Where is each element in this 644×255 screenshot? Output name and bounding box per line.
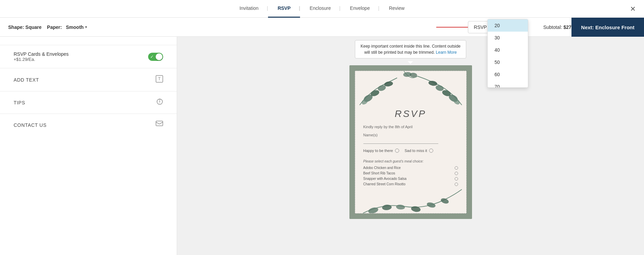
rsvp-title: RSVP bbox=[363, 108, 458, 119]
nav-item-review[interactable]: Review bbox=[379, 0, 414, 18]
main-layout: RSVP Cards & Envelopes +$1.29/Ea. ✓ ADD … bbox=[0, 37, 644, 255]
names-underline bbox=[363, 138, 438, 144]
svg-line-6 bbox=[160, 99, 161, 100]
rsvp-cards-title: RSVP Cards & Envelopes bbox=[14, 51, 69, 57]
nav-item-enclosure[interactable]: Enclosure bbox=[300, 0, 340, 18]
qty-option-70[interactable]: 70 bbox=[488, 81, 528, 87]
next-button[interactable]: Next: Enclosure Front bbox=[571, 18, 644, 37]
names-label: Name(s) bbox=[363, 133, 458, 137]
rsvp-cards-label: RSVP Cards & Envelopes +$1.29/Ea. bbox=[14, 51, 69, 62]
svg-line-5 bbox=[159, 99, 160, 100]
close-button[interactable]: ✕ bbox=[630, 5, 636, 13]
qty-option-30[interactable]: 30 bbox=[488, 32, 528, 44]
rsvp-card[interactable]: RSVP Kindly reply by the 8th of April Na… bbox=[355, 71, 467, 214]
toggle-knob bbox=[156, 53, 162, 60]
card-content: RSVP Kindly reply by the 8th of April Na… bbox=[363, 78, 458, 188]
add-text-item: ADD TEXT T bbox=[0, 68, 177, 91]
add-text-icon[interactable]: T bbox=[156, 75, 163, 84]
toggle-check-icon: ✓ bbox=[150, 54, 154, 59]
meal-option-2[interactable]: Beef Short Rib Tacos bbox=[363, 171, 458, 175]
meal-radio-2[interactable] bbox=[455, 172, 458, 175]
toolbar: Shape: Square Paper: Smooth ▾ RSVP Quant… bbox=[0, 18, 644, 37]
qty-option-60[interactable]: 60 bbox=[488, 68, 528, 81]
shape-label: Shape: Square bbox=[8, 24, 42, 30]
arrow-indicator bbox=[68, 25, 501, 29]
meal-radio-1[interactable] bbox=[455, 166, 458, 170]
meal-option-3[interactable]: Snapper with Avocado Salsa bbox=[363, 177, 458, 181]
svg-point-24 bbox=[426, 202, 436, 208]
contact-icon[interactable] bbox=[156, 121, 163, 129]
svg-point-25 bbox=[440, 197, 449, 204]
learn-more-link[interactable]: Learn More bbox=[436, 50, 457, 55]
qty-option-20[interactable]: 20 bbox=[488, 19, 528, 32]
tips-label: TIPS bbox=[14, 100, 25, 105]
reply-line: Kindly reply by the 8th of April bbox=[363, 125, 458, 129]
svg-rect-7 bbox=[156, 121, 163, 126]
nav-item-rsvp[interactable]: RSVP bbox=[268, 0, 300, 18]
happy-option[interactable]: Happy to be there bbox=[363, 149, 399, 153]
qty-dropdown-scroll[interactable]: 20 30 40 50 60 70 bbox=[488, 19, 528, 87]
happy-radio[interactable] bbox=[395, 149, 399, 153]
meal-section: Please select each guest's meal choice: … bbox=[363, 159, 458, 186]
subtotal-label: Subtotal: bbox=[543, 24, 562, 30]
qty-option-40[interactable]: 40 bbox=[488, 44, 528, 56]
nav-item-envelope[interactable]: Envelope bbox=[341, 0, 379, 18]
meal-option-1[interactable]: Adobo Chicken and Rice bbox=[363, 166, 458, 170]
canvas-area[interactable]: Keep important content inside this line.… bbox=[177, 37, 644, 255]
nav-items: Invitation RSVP Enclosure Envelope Revie… bbox=[230, 0, 414, 18]
contact-label: CONTACT US bbox=[14, 122, 47, 128]
contact-item: CONTACT US bbox=[0, 114, 177, 136]
rsvp-card-outer: RSVP Kindly reply by the 8th of April Na… bbox=[349, 65, 472, 219]
happy-label: Happy to be there bbox=[363, 149, 393, 153]
attendance-row: Happy to be there Sad to miss it bbox=[363, 149, 458, 153]
svg-point-23 bbox=[410, 206, 421, 213]
sidebar: RSVP Cards & Envelopes +$1.29/Ea. ✓ ADD … bbox=[0, 37, 177, 255]
sad-label: Sad to miss it bbox=[405, 149, 427, 153]
qty-dropdown: 20 30 40 50 60 70 bbox=[487, 19, 528, 88]
sad-option[interactable]: Sad to miss it bbox=[405, 149, 433, 153]
svg-point-21 bbox=[382, 204, 392, 210]
nav-item-invitation[interactable]: Invitation bbox=[230, 0, 268, 18]
rsvp-toggle[interactable]: ✓ bbox=[148, 53, 163, 61]
svg-point-4 bbox=[159, 103, 160, 104]
add-text-label: ADD TEXT bbox=[14, 77, 39, 83]
safety-pointer bbox=[408, 61, 413, 64]
meal-radio-4[interactable] bbox=[455, 183, 458, 186]
svg-point-22 bbox=[396, 204, 405, 210]
eucalyptus-bottom-decoration bbox=[355, 186, 466, 213]
tips-icon[interactable] bbox=[156, 98, 163, 107]
qty-option-50[interactable]: 50 bbox=[488, 56, 528, 68]
top-navigation: Invitation RSVP Enclosure Envelope Revie… bbox=[0, 0, 644, 18]
sad-radio[interactable] bbox=[429, 149, 433, 153]
svg-text:T: T bbox=[158, 76, 161, 81]
meal-radio-3[interactable] bbox=[455, 177, 458, 181]
tips-item: TIPS bbox=[0, 91, 177, 114]
meal-prompt: Please select each guest's meal choice: bbox=[363, 159, 458, 163]
meal-option-4[interactable]: Charred Street Corn Risotto bbox=[363, 182, 458, 186]
rsvp-cards-item: RSVP Cards & Envelopes +$1.29/Ea. ✓ bbox=[0, 45, 177, 68]
rsvp-cards-price: +$1.29/Ea. bbox=[14, 57, 69, 62]
safety-notice: Keep important content inside this line.… bbox=[355, 40, 467, 58]
